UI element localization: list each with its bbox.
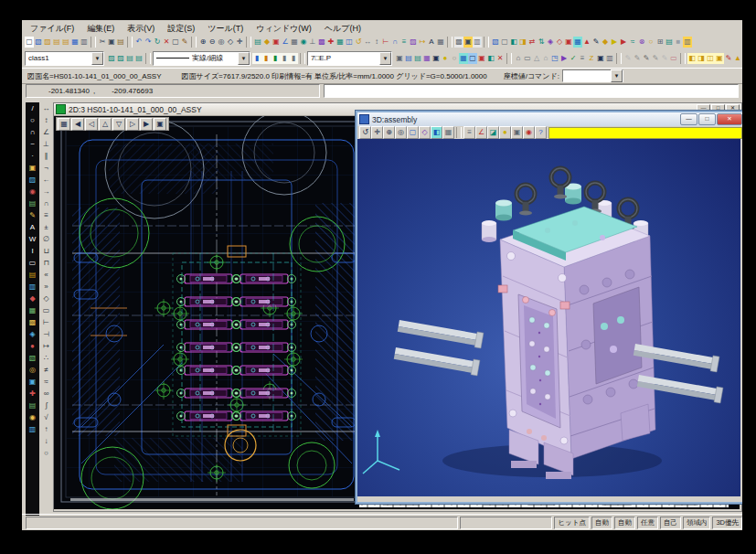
hatch-icon[interactable]: ▨: [409, 37, 418, 48]
attach-icon[interactable]: ◈: [546, 37, 555, 48]
grid-y-icon[interactable]: ▩: [28, 316, 37, 328]
status-cell[interactable]: 領域内: [683, 517, 711, 529]
help-3d-icon[interactable]: ?: [535, 126, 547, 139]
slot-icon[interactable]: ▭: [28, 257, 37, 269]
status-cell[interactable]: ヒット点: [554, 517, 590, 529]
select-icon[interactable]: ▢: [171, 37, 180, 48]
status-cell[interactable]: 自己: [660, 517, 681, 529]
rect-tool-icon[interactable]: ▣: [28, 162, 37, 174]
view-iso-icon[interactable]: ▦: [422, 53, 431, 64]
pan-icon[interactable]: ✛: [235, 37, 244, 48]
status-cell[interactable]: 自動: [614, 517, 635, 529]
pencil-2-icon[interactable]: ✎: [633, 53, 642, 64]
menu-item[interactable]: 設定(S): [161, 23, 201, 35]
plot-icon[interactable]: ▣: [272, 37, 281, 48]
integral-icon[interactable]: ∫: [42, 400, 51, 411]
go-first-icon[interactable]: ◀: [71, 118, 84, 131]
mapsto-icon[interactable]: ↦: [42, 340, 51, 352]
pen-icon[interactable]: ✎: [180, 37, 189, 48]
page-down-icon[interactable]: ▨: [116, 53, 125, 64]
layer-blue-icon[interactable]: ▮: [252, 53, 261, 64]
copy-icon[interactable]: ▣: [107, 37, 116, 48]
render-icon[interactable]: ▣: [477, 53, 486, 64]
gem-b-icon[interactable]: ◈: [28, 328, 37, 340]
linetype-combo[interactable]: 実線/細線 ▼: [153, 51, 250, 66]
chevron-down-icon[interactable]: ▼: [238, 52, 250, 65]
arrow-left-icon[interactable]: ←: [42, 174, 51, 186]
box-icon[interactable]: ▭: [523, 53, 532, 64]
check-icon[interactable]: ✓: [569, 53, 578, 64]
new-file-icon[interactable]: ▢: [25, 37, 34, 48]
chip-b-icon[interactable]: ▣: [28, 376, 37, 388]
half-tone-icon[interactable]: ◧: [486, 53, 495, 64]
beam-icon[interactable]: I: [28, 245, 37, 257]
compare-left-icon[interactable]: ◧: [509, 37, 518, 48]
ring-y-icon[interactable]: ◎: [28, 364, 37, 376]
dim-line-icon[interactable]: ↦: [418, 37, 427, 48]
dot-r-icon[interactable]: ●: [28, 340, 37, 352]
view-save-3d-icon[interactable]: ▣: [511, 126, 523, 139]
diamond-r-icon[interactable]: ◆: [28, 293, 37, 304]
command-combo[interactable]: ▼: [562, 69, 623, 82]
circle-sm-icon[interactable]: ○: [42, 447, 51, 459]
wave-icon[interactable]: ≈: [628, 37, 637, 48]
pencil-4-icon[interactable]: ✎: [651, 53, 660, 64]
zoom-in-icon[interactable]: ⊕: [198, 37, 208, 48]
flag-red-icon[interactable]: ▶: [619, 37, 628, 48]
snap-center-icon[interactable]: ◫: [706, 53, 715, 64]
3d-maximize-button[interactable]: □: [698, 113, 716, 125]
approx-icon[interactable]: ≈: [42, 376, 51, 388]
detach-icon[interactable]: ◇: [555, 37, 564, 48]
plus-minus-icon[interactable]: ±: [42, 221, 51, 233]
view-3d-icon[interactable]: ▦: [573, 37, 582, 48]
offset-icon[interactable]: ≡: [399, 37, 409, 48]
arrow-right-icon[interactable]: →: [42, 186, 51, 197]
wireframe-3d-icon[interactable]: ▦: [442, 126, 454, 139]
stamp-icon[interactable]: ✚: [326, 37, 335, 48]
perpendicular-icon[interactable]: ⊥: [42, 138, 51, 150]
page-new-icon[interactable]: ▤: [134, 53, 144, 64]
layer-icon[interactable]: ▤: [253, 37, 262, 48]
triangle-icon[interactable]: △: [532, 53, 541, 64]
dim-angle-icon[interactable]: ∠: [42, 126, 51, 138]
folder-y-icon[interactable]: ▤: [28, 269, 37, 281]
fillet-icon[interactable]: ∩: [390, 37, 399, 48]
table-icon[interactable]: ▦: [436, 37, 445, 48]
mirror-icon[interactable]: ◫: [345, 37, 354, 48]
move-icon[interactable]: ↔: [363, 37, 372, 48]
redo-icon[interactable]: ↷: [144, 37, 153, 48]
class-combo[interactable]: class1 ▼: [25, 51, 104, 66]
pencil-1-icon[interactable]: ✎: [623, 53, 633, 64]
sketch-pen-icon[interactable]: ✎: [28, 209, 37, 221]
tag-icon[interactable]: ◆: [601, 37, 610, 48]
refresh-icon[interactable]: ↻: [153, 37, 162, 48]
macro-icon[interactable]: ▣: [463, 37, 473, 48]
go-down-icon[interactable]: ▽: [112, 118, 125, 131]
array-icon[interactable]: ▦: [335, 37, 345, 48]
root-icon[interactable]: √: [42, 411, 51, 423]
target-icon[interactable]: ◉: [28, 186, 37, 197]
zoom-3d-icon[interactable]: ⊕: [383, 126, 395, 139]
hatch-tool-icon[interactable]: ▨: [28, 174, 37, 186]
light-3d-icon[interactable]: ●: [499, 126, 511, 139]
sheet-grid-icon[interactable]: ▦: [58, 118, 70, 131]
plane-combo[interactable]: 7□E.P ▼: [307, 51, 392, 66]
open-2d-icon[interactable]: ▧: [34, 37, 43, 48]
eraser-icon[interactable]: ▭: [669, 53, 678, 64]
up-small-icon[interactable]: ↑: [42, 423, 51, 435]
down-small-icon[interactable]: ↓: [42, 435, 51, 447]
circle-icon[interactable]: ○: [28, 114, 37, 126]
swap-icon[interactable]: ⇄: [527, 37, 537, 48]
db-yellow-icon[interactable]: ▥: [683, 37, 692, 48]
capture-3d-icon[interactable]: ◉: [523, 126, 535, 139]
plate-g-icon[interactable]: ▧: [28, 352, 37, 364]
view-cube-icon[interactable]: ▣: [431, 53, 441, 64]
home-alt-icon[interactable]: ⌂: [541, 53, 550, 64]
stretch-icon[interactable]: ↕: [372, 37, 381, 48]
zoom-window-icon[interactable]: ◎: [217, 37, 226, 48]
status-cell[interactable]: 自動: [591, 517, 612, 529]
not-equal-icon[interactable]: ≠: [42, 364, 51, 376]
cap-icon[interactable]: ⊓: [42, 257, 51, 269]
flag-yellow-icon[interactable]: ▶: [610, 37, 619, 48]
sync-icon[interactable]: ⇅: [537, 37, 546, 48]
